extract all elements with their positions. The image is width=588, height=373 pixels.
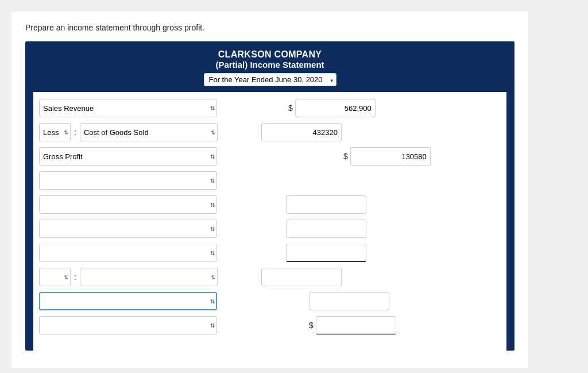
final-label-select[interactable] (39, 316, 217, 334)
final-label-wrapper (39, 316, 217, 334)
highlighted-row (39, 291, 501, 312)
year-select-container: For the Year Ended June 30, 2020 (204, 73, 336, 86)
statement-body: Sales Revenue $ Less : Cost of Goods Sol (33, 92, 506, 351)
empty-label-1-wrapper (39, 171, 217, 190)
statement-title: (Partial) Income Statement (33, 60, 506, 70)
cogs-row: Less : Cost of Goods Sold (39, 122, 501, 143)
company-name: CLARKSON COMPANY (33, 49, 506, 60)
empty-label-3-wrapper (39, 220, 217, 238)
empty-label-1-select[interactable] (39, 171, 217, 190)
cogs-select-wrapper: Cost of Goods Sold (80, 123, 218, 141)
empty-label-2-select[interactable] (39, 195, 217, 214)
final-dollar: $ (309, 321, 314, 330)
empty-less-row: : (39, 267, 501, 287)
empty-label-2-wrapper (39, 195, 217, 214)
empty-label-3-select[interactable] (39, 220, 217, 238)
colon-2: : (74, 272, 76, 282)
empty-row-1 (39, 170, 501, 191)
sales-dollar: $ (288, 103, 293, 113)
gross-profit-select[interactable]: Gross Profit (39, 147, 217, 166)
empty-label-4-select[interactable] (39, 244, 217, 262)
less-select[interactable]: Less (39, 123, 71, 141)
empty-row-2 (39, 194, 501, 215)
statement-header: CLARKSON COMPANY (Partial) Income Statem… (33, 49, 506, 92)
empty-row-3 (39, 218, 501, 239)
year-selector[interactable]: For the Year Ended June 30, 2020 (204, 73, 336, 86)
empty-amount-2-input[interactable] (286, 195, 366, 214)
empty-less-label-select[interactable] (80, 268, 218, 286)
gross-profit-row: Gross Profit $ (39, 146, 501, 167)
highlighted-amount-right-input[interactable] (309, 292, 389, 310)
empty-less-prefix-wrapper (39, 268, 71, 286)
sales-revenue-select[interactable]: Sales Revenue (39, 99, 217, 117)
less-select-wrapper: Less (39, 123, 71, 141)
empty-amount-3-input[interactable] (286, 220, 366, 238)
highlighted-select[interactable] (39, 292, 217, 310)
empty-label-4-wrapper (39, 244, 217, 262)
final-row: $ (39, 315, 501, 336)
page-container: Prepare an income statement through gros… (11, 11, 528, 368)
empty-amount-4-input[interactable] (286, 244, 366, 262)
instructions: Prepare an income statement through gros… (25, 23, 514, 32)
cogs-amount-input[interactable] (261, 123, 342, 141)
empty-row-4 (39, 243, 501, 263)
final-amount-input[interactable] (316, 316, 396, 334)
sales-revenue-select-wrapper: Sales Revenue (39, 99, 217, 117)
sales-amount-input[interactable] (295, 99, 376, 117)
colon: : (74, 128, 76, 137)
cogs-select[interactable]: Cost of Goods Sold (80, 123, 218, 141)
highlighted-select-wrapper (39, 292, 217, 310)
empty-less-label-wrapper (80, 268, 218, 286)
gross-dollar: $ (343, 152, 348, 161)
gross-profit-select-wrapper: Gross Profit (39, 147, 217, 166)
sales-revenue-row: Sales Revenue $ (39, 98, 501, 118)
year-selector-wrapper: For the Year Ended June 30, 2020 (33, 73, 506, 86)
gross-amount-input[interactable] (350, 147, 431, 166)
statement-wrapper: CLARKSON COMPANY (Partial) Income Statem… (25, 41, 514, 351)
empty-less-prefix-select[interactable] (39, 268, 71, 286)
empty-less-amount-input[interactable] (261, 268, 342, 286)
